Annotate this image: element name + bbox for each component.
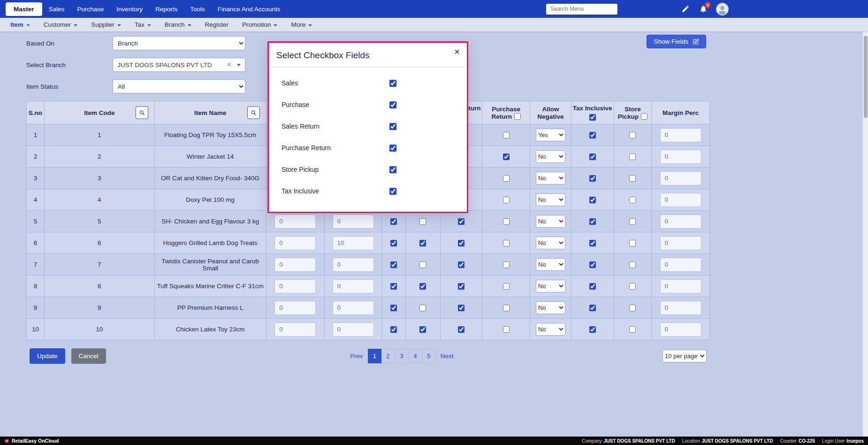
item-status-select[interactable]: All xyxy=(113,79,245,93)
sales-checkbox[interactable] xyxy=(390,218,397,225)
cancel-button[interactable]: Cancel xyxy=(71,348,106,364)
purchase_return-checkbox[interactable] xyxy=(503,132,510,138)
tax_inclusive-checkbox[interactable] xyxy=(589,240,596,246)
based-on-select[interactable]: Branch xyxy=(113,36,245,50)
num1-input[interactable] xyxy=(274,279,316,293)
modal-field-checkbox-sales[interactable] xyxy=(389,80,396,87)
allow_negative-select[interactable]: No xyxy=(536,193,565,206)
header-checkbox-store_pickup[interactable] xyxy=(641,113,647,120)
margin_perc-input[interactable] xyxy=(660,171,701,185)
modal-field-checkbox-tax-inclusive[interactable] xyxy=(389,188,396,195)
allow_negative-select[interactable]: No xyxy=(536,258,565,271)
show-fields-button[interactable]: Show Fields xyxy=(647,35,706,48)
allow_negative-select[interactable]: No xyxy=(536,237,565,249)
num1-input[interactable] xyxy=(274,258,316,272)
allow_negative-select[interactable]: No xyxy=(536,172,565,184)
subnav-item-customer[interactable]: Customer xyxy=(44,21,78,28)
subnav-item-register[interactable]: Register xyxy=(205,21,228,28)
num1-input[interactable] xyxy=(274,236,316,250)
purchase_return-checkbox[interactable] xyxy=(503,326,510,333)
allow_negative-select[interactable]: No xyxy=(536,280,565,292)
tax_inclusive-checkbox[interactable] xyxy=(589,283,596,290)
search-button-item_name[interactable] xyxy=(247,107,260,119)
store_pickup-checkbox[interactable] xyxy=(629,283,636,290)
modal-field-checkbox-sales-return[interactable] xyxy=(389,123,396,130)
pagination-page-4[interactable]: 4 xyxy=(409,349,422,363)
store_pickup-checkbox[interactable] xyxy=(629,261,636,268)
subnav-item-item[interactable]: Item xyxy=(10,21,30,28)
select-branch-control[interactable]: JUST DOGS SPALONS PVT LTD × xyxy=(113,58,245,72)
purchase_return-checkbox[interactable] xyxy=(503,153,510,160)
modal-field-checkbox-store-pickup[interactable] xyxy=(389,166,396,173)
avatar[interactable] xyxy=(716,3,729,15)
sales_return-checkbox[interactable] xyxy=(458,283,464,290)
subnav-item-tax[interactable]: Tax xyxy=(135,21,151,28)
margin_perc-input[interactable] xyxy=(660,128,701,142)
subnav-item-supplier[interactable]: Supplier xyxy=(91,21,121,28)
store_pickup-checkbox[interactable] xyxy=(629,305,636,311)
tax_inclusive-checkbox[interactable] xyxy=(589,175,596,182)
tax_inclusive-checkbox[interactable] xyxy=(589,218,596,225)
allow_negative-select[interactable]: No xyxy=(536,215,565,228)
sales_return-checkbox[interactable] xyxy=(458,261,464,268)
chevron-down-icon[interactable] xyxy=(237,64,241,66)
allow_negative-select[interactable]: No xyxy=(536,301,565,314)
store_pickup-checkbox[interactable] xyxy=(629,218,636,225)
purchase-checkbox[interactable] xyxy=(419,240,426,246)
close-icon[interactable]: × xyxy=(454,47,460,56)
master-tab[interactable]: Master xyxy=(6,2,42,16)
purchase-checkbox[interactable] xyxy=(419,283,426,290)
margin_perc-input[interactable] xyxy=(660,215,701,229)
num1-input[interactable] xyxy=(274,301,316,315)
num2-input[interactable] xyxy=(333,236,374,250)
purchase-checkbox[interactable] xyxy=(419,305,426,311)
topnav-item-finance-and-accounts[interactable]: Finance And Accounts xyxy=(218,6,281,13)
num2-input[interactable] xyxy=(333,215,374,229)
store_pickup-checkbox[interactable] xyxy=(629,197,636,203)
header-checkbox-tax_inclusive[interactable] xyxy=(589,114,596,121)
store_pickup-checkbox[interactable] xyxy=(629,326,636,333)
tax_inclusive-checkbox[interactable] xyxy=(589,305,596,311)
sales_return-checkbox[interactable] xyxy=(458,305,464,311)
topnav-item-inventory[interactable]: Inventory xyxy=(116,6,143,13)
bell-icon[interactable]: 2 xyxy=(699,5,708,13)
margin_perc-input[interactable] xyxy=(660,150,701,164)
sales_return-checkbox[interactable] xyxy=(458,326,464,333)
purchase_return-checkbox[interactable] xyxy=(503,240,510,246)
topnav-item-sales[interactable]: Sales xyxy=(49,6,65,13)
sales_return-checkbox[interactable] xyxy=(458,218,464,225)
sales-checkbox[interactable] xyxy=(390,240,397,246)
allow_negative-select[interactable]: Yes xyxy=(536,129,565,141)
num1-input[interactable] xyxy=(274,322,316,337)
tax_inclusive-checkbox[interactable] xyxy=(589,197,596,203)
num2-input[interactable] xyxy=(333,322,374,337)
purchase_return-checkbox[interactable] xyxy=(503,283,510,290)
store_pickup-checkbox[interactable] xyxy=(629,240,636,246)
sales_return-checkbox[interactable] xyxy=(458,240,464,246)
header-checkbox-purchase_return[interactable] xyxy=(514,113,521,120)
tax_inclusive-checkbox[interactable] xyxy=(589,132,596,138)
topnav-item-reports[interactable]: Reports xyxy=(155,6,177,13)
sales-checkbox[interactable] xyxy=(390,261,397,268)
subnav-item-branch[interactable]: Branch xyxy=(165,21,191,28)
num1-input[interactable] xyxy=(274,215,316,229)
pagination-prev[interactable]: Prev xyxy=(345,349,368,363)
per-page-select[interactable]: 10 per page xyxy=(662,350,707,362)
update-button[interactable]: Update xyxy=(30,348,65,364)
allow_negative-select[interactable]: No xyxy=(536,323,565,336)
topnav-item-tools[interactable]: Tools xyxy=(190,6,205,13)
purchase_return-checkbox[interactable] xyxy=(503,197,510,203)
subnav-item-more[interactable]: More xyxy=(291,21,312,28)
clear-icon[interactable]: × xyxy=(227,61,231,69)
search-button-item_code[interactable] xyxy=(136,107,148,119)
modal-field-checkbox-purchase[interactable] xyxy=(389,101,396,108)
tax_inclusive-checkbox[interactable] xyxy=(589,153,596,160)
margin_perc-input[interactable] xyxy=(660,279,701,293)
margin_perc-input[interactable] xyxy=(660,258,701,272)
pagination-page-5[interactable]: 5 xyxy=(422,349,436,363)
topnav-item-purchase[interactable]: Purchase xyxy=(77,6,104,13)
pagination-page-2[interactable]: 2 xyxy=(381,349,395,363)
sales-checkbox[interactable] xyxy=(390,283,397,290)
purchase_return-checkbox[interactable] xyxy=(503,218,510,225)
sales-checkbox[interactable] xyxy=(390,326,397,333)
